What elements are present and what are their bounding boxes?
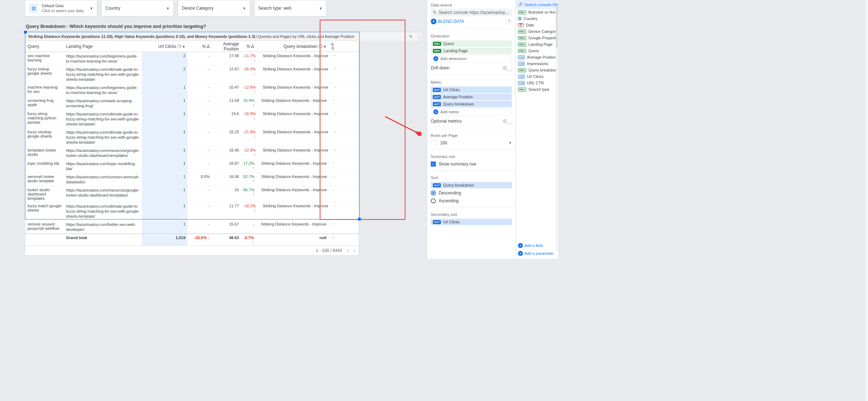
blend-data-button[interactable]: +BLEND DATA: [431, 19, 464, 24]
secondary-sort-field-pill[interactable]: AUTUrl Clicks: [431, 219, 512, 225]
chevron-down-icon: ▼: [166, 6, 170, 10]
field-item[interactable]: RBCLanding Page: [516, 41, 558, 48]
fields-panel-header[interactable]: 🔗 Search console https://laz: [516, 0, 558, 9]
col-landing-page[interactable]: Landing Page: [64, 43, 142, 50]
fields-scrollbar[interactable]: [556, 5, 558, 252]
filter-bar: ▤ Default Data Click to select your data…: [25, 0, 422, 21]
col-avg-position[interactable]: Average Position: [212, 40, 241, 53]
pager-prev-icon[interactable]: ‹: [347, 248, 349, 253]
table-row[interactable]: fuzzy lookup google sheets https://lazar…: [25, 65, 359, 83]
col-query[interactable]: Query: [25, 43, 64, 50]
show-summary-row-checkbox[interactable]: ✓ Show summary row: [427, 160, 515, 168]
table-header: Query Landing Page Url Clicks ❍▼ % Δ Ave…: [25, 41, 359, 52]
connector-icon: 🔗: [518, 2, 523, 7]
rows-per-page-select[interactable]: 100 ▼: [427, 139, 515, 147]
metric-pill[interactable]: AUTAverage Position: [431, 94, 512, 100]
field-item[interactable]: RBCBranded vs Non-branded: [516, 9, 558, 15]
add-parameter-button[interactable]: +Add a parameter: [516, 249, 558, 257]
chart-subtitle: Striking Distance Keywords (positions 11…: [25, 32, 422, 41]
chevron-down-icon: ▼: [90, 6, 93, 10]
field-item[interactable]: 123Average Position: [516, 54, 558, 60]
table-row[interactable]: seo machine learning https://lazarinasto…: [25, 52, 359, 65]
add-dimension-button[interactable]: +Add dimension: [431, 55, 512, 63]
plus-icon: +: [431, 19, 437, 24]
col-delta-2[interactable]: % Δ: [241, 43, 256, 50]
filter-device[interactable]: Device Category ▼: [178, 0, 250, 16]
add-field-button[interactable]: +Add a field: [516, 242, 558, 249]
field-item[interactable]: 123Url Clicks: [516, 73, 558, 80]
table-row[interactable]: fuzzy match google sheets https://lazari…: [25, 202, 359, 220]
field-item[interactable]: 📅Date: [516, 22, 558, 28]
checkbox-checked-icon: ✓: [431, 162, 436, 167]
chevron-down-icon: ▼: [243, 6, 246, 10]
field-item[interactable]: RBCQuery breakdown: [516, 67, 558, 73]
sort-desc-radio[interactable]: Descending: [427, 189, 515, 197]
sort-field-pill[interactable]: AUTQuery breakdown: [431, 182, 512, 188]
field-item[interactable]: RBCSearch type: [516, 86, 558, 93]
field-item[interactable]: 123URL CTR: [516, 80, 558, 86]
table-row[interactable]: templates looker studio https://lazarina…: [25, 146, 359, 159]
filter-country[interactable]: Country ▼: [101, 0, 174, 16]
pencil-icon: ✎: [433, 10, 437, 15]
pager-next-icon[interactable]: ›: [354, 248, 355, 253]
table-row[interactable]: topic modeling lda https://lazarinastoy.…: [25, 159, 359, 173]
col-delta-3[interactable]: % Δ: [329, 41, 336, 51]
sort-asc-radio[interactable]: Ascending: [427, 197, 515, 205]
field-item[interactable]: 123Impressions: [516, 60, 558, 67]
metric-pill[interactable]: AUTUrl Clicks: [431, 86, 512, 93]
table-chart[interactable]: ✎ ⋮ Striking Distance Keywords (position…: [25, 32, 422, 256]
dimension-pill[interactable]: RBCLanding Page: [431, 48, 512, 54]
col-query-breakdown[interactable]: Query breakdown ❍▼: [256, 43, 329, 50]
table-row[interactable]: semrush looker studio template https://l…: [25, 173, 359, 186]
table-row[interactable]: screaming frog xpath https://lazarinasto…: [25, 96, 359, 110]
chevron-down-icon: ▼: [509, 141, 512, 145]
filter-data-label: Default Data: [42, 3, 84, 8]
data-table: Query Landing Page Url Clicks ❍▼ % Δ Ave…: [25, 41, 359, 256]
available-fields-panel: 🔗 Search console https://laz RBCBranded …: [515, 0, 558, 259]
help-icon[interactable]: ?: [506, 19, 512, 24]
metric-pill[interactable]: AUTQuery breakdown: [431, 101, 512, 107]
filter-data-sub: Click to select your data: [42, 8, 84, 13]
optional-metrics-toggle[interactable]: [503, 119, 512, 123]
table-row[interactable]: fuzzy vlookup google sheets https://laza…: [25, 128, 359, 146]
data-source-select[interactable]: ✎ Search console https://lazarinastoy.co…: [431, 9, 512, 16]
filter-search-type[interactable]: Search type: web ▼: [254, 0, 326, 16]
field-item[interactable]: RBCQuery: [516, 48, 558, 54]
pager-info: 1 - 100 / 8443: [316, 248, 342, 253]
data-source-icon: ▤: [29, 4, 38, 13]
table-row[interactable]: remove unused javascript webflow https:/…: [25, 220, 359, 233]
field-item[interactable]: RBCGoogle Property: [516, 35, 558, 41]
table-row[interactable]: fuzzy string matching python pandas http…: [25, 110, 359, 128]
add-metric-button[interactable]: +Add metric: [431, 108, 512, 116]
field-item[interactable]: RBCDevice Category: [516, 28, 558, 35]
table-row[interactable]: looker studio dashboard templates https:…: [25, 186, 359, 202]
dimension-pill[interactable]: RBCQuery: [431, 40, 512, 47]
summary-row: Grand total 1,519 -33.6% ↓ 48.63 -0.7% ↓…: [25, 233, 359, 246]
table-pager: 1 - 100 / 8443 ‹ ›: [25, 246, 359, 255]
edit-icon[interactable]: ✎: [409, 34, 413, 39]
more-icon[interactable]: ⋮: [417, 34, 421, 39]
section-title: Query Breakdown - Which keywords should …: [25, 21, 422, 32]
field-item[interactable]: 🌐Country: [516, 15, 558, 22]
filter-default-data[interactable]: ▤ Default Data Click to select your data…: [25, 0, 97, 16]
property-panel: Data source ✎ Search console https://laz…: [427, 0, 515, 259]
chevron-down-icon: ▼: [319, 6, 323, 10]
col-delta-1[interactable]: % Δ: [188, 43, 212, 50]
rows-icon: [431, 140, 437, 145]
col-url-clicks[interactable]: Url Clicks ❍▼: [142, 43, 188, 50]
table-row[interactable]: machine learning for seo https://lazarin…: [25, 83, 359, 96]
drill-down-toggle[interactable]: [503, 66, 512, 70]
